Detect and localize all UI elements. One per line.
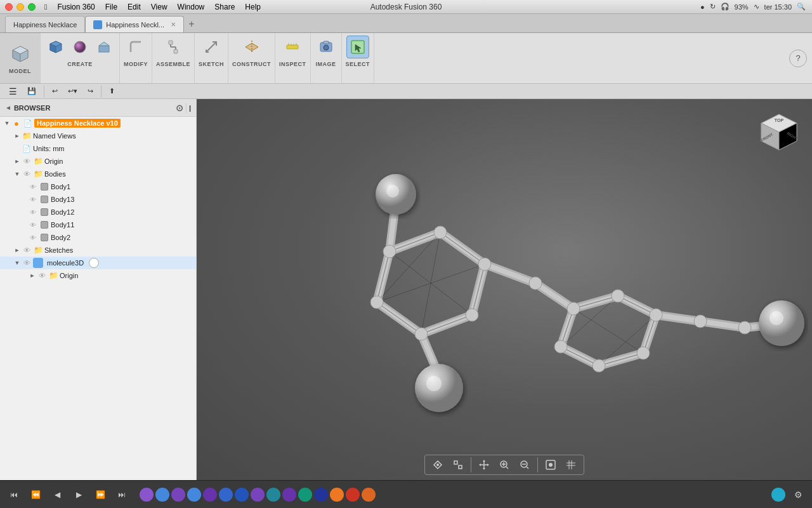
svg-rect-10 xyxy=(169,41,173,44)
menu-help[interactable]: Help xyxy=(245,3,261,11)
expand-origin2[interactable]: ► xyxy=(28,271,37,280)
tree-item-origin2[interactable]: ► 👁 📁 Origin xyxy=(0,269,196,282)
navigate-button[interactable] xyxy=(429,457,447,472)
status-icon-15[interactable] xyxy=(362,488,376,502)
undo-history-button[interactable]: ↩︎▾ xyxy=(64,85,81,98)
tree-item-units[interactable]: ► 📄 Units: mm xyxy=(0,142,196,155)
tree-item-molecule3d[interactable]: ▼ 👁 molecule3D xyxy=(0,257,196,269)
go-end-button[interactable]: ⏭ xyxy=(113,486,131,504)
traffic-lights xyxy=(5,3,36,11)
browser-options-button[interactable]: ⊙ xyxy=(176,103,183,113)
teal-status-icon[interactable] xyxy=(771,488,785,502)
status-icon-11[interactable] xyxy=(298,488,312,502)
redo-button[interactable]: ↪ xyxy=(84,85,97,98)
tab-2[interactable]: Happiness Neckl... ✕ xyxy=(85,16,184,32)
maximize-button[interactable] xyxy=(28,3,36,11)
status-icon-6[interactable] xyxy=(219,488,233,502)
add-tab-button[interactable]: + xyxy=(184,16,199,32)
zoom-in-button[interactable] xyxy=(495,457,513,472)
menu-edit[interactable]: Edit xyxy=(128,3,141,11)
save-button[interactable]: 💾 xyxy=(23,85,40,98)
hamburger-menu-button[interactable]: ☰ xyxy=(5,85,21,98)
search-icon[interactable]: 🔍 xyxy=(797,3,806,11)
tree-item-root[interactable]: ▼ ● 📄 Happiness Necklace v10 xyxy=(0,117,196,130)
sketch-button[interactable] xyxy=(200,36,223,58)
assemble-joint-button[interactable] xyxy=(162,36,185,58)
expand-named-views[interactable]: ► xyxy=(13,131,22,140)
tree-item-named-views[interactable]: ► 📁 Named Views xyxy=(0,130,196,142)
expand-molecule3d[interactable]: ▼ xyxy=(13,258,22,267)
svg-point-85 xyxy=(383,245,396,258)
molecule3d-eye-icon: 👁 xyxy=(22,258,32,268)
go-start-button[interactable]: ⏮ xyxy=(5,486,23,504)
modify-fillet-button[interactable] xyxy=(124,36,147,58)
expand-sketches[interactable]: ► xyxy=(13,246,22,255)
body1-eye-icon: 👁 xyxy=(28,182,38,192)
grid-button[interactable] xyxy=(562,457,580,472)
prev-frame-button[interactable]: ⏪ xyxy=(27,486,44,504)
wifi-icon: ∿ xyxy=(754,3,759,11)
status-icon-7[interactable] xyxy=(235,488,249,502)
tree-item-body2[interactable]: 👁 Body2 xyxy=(0,231,196,244)
tab-1[interactable]: Happiness Necklace xyxy=(5,16,85,32)
menu-fusion360[interactable]: Fusion 360 xyxy=(57,3,95,11)
model-cube-icon[interactable] xyxy=(9,43,32,65)
zoom-out-button[interactable] xyxy=(516,457,534,472)
next-frame-button[interactable]: ⏩ xyxy=(91,486,109,504)
svg-text:TOP: TOP xyxy=(775,118,784,123)
expand-origin[interactable]: ► xyxy=(13,157,22,166)
tree-item-bodies[interactable]: ▼ 👁 📁 Bodies xyxy=(0,168,196,180)
construct-plane-button[interactable] xyxy=(240,36,263,58)
status-icon-13[interactable] xyxy=(330,488,344,502)
create-extrude-button[interactable] xyxy=(93,36,115,58)
status-icon-3[interactable] xyxy=(171,488,185,502)
display-mode-button[interactable] xyxy=(542,457,560,472)
undo-button[interactable]: ↩ xyxy=(48,85,62,98)
status-icon-12[interactable] xyxy=(314,488,328,502)
toolbar-create-group: CREATE xyxy=(41,33,120,83)
apple-menu[interactable]:  xyxy=(44,3,47,11)
svg-line-46 xyxy=(535,283,573,309)
image-capture-button[interactable] xyxy=(315,36,337,58)
status-icon-9[interactable] xyxy=(266,488,280,502)
play-button[interactable]: ▶ xyxy=(70,486,88,504)
expand-root[interactable]: ▼ xyxy=(3,119,11,128)
viewport[interactable]: TOP FRONT RIGHT xyxy=(197,99,812,480)
tree-item-body1[interactable]: 👁 Body1 xyxy=(0,180,196,193)
fit-view-button[interactable] xyxy=(449,457,467,472)
create-sphere-button[interactable] xyxy=(69,36,91,58)
inspect-measure-button[interactable] xyxy=(281,36,304,58)
share-button[interactable]: ⬆ xyxy=(105,85,119,98)
status-icon-8[interactable] xyxy=(251,488,265,502)
menu-window[interactable]: Window xyxy=(178,3,205,11)
browser-collapse-button[interactable]: ◄ xyxy=(5,104,11,111)
menu-share[interactable]: Share xyxy=(214,3,235,11)
status-icon-10[interactable] xyxy=(282,488,296,502)
named-views-label: Named Views xyxy=(33,132,76,140)
minimize-button[interactable] xyxy=(16,3,24,11)
status-icon-4[interactable] xyxy=(187,488,201,502)
close-button[interactable] xyxy=(5,3,13,11)
status-icon-1[interactable] xyxy=(140,488,154,502)
settings-gear-button[interactable]: ⚙ xyxy=(789,486,807,504)
tree-item-body11[interactable]: 👁 Body11 xyxy=(0,218,196,231)
tree-item-sketches[interactable]: ► 👁 📁 Sketches xyxy=(0,244,196,257)
tree-item-body13[interactable]: 👁 Body13 xyxy=(0,193,196,206)
menu-view[interactable]: View xyxy=(151,3,167,11)
help-button[interactable]: ? xyxy=(789,50,807,67)
select-button[interactable] xyxy=(346,36,369,58)
pan-button[interactable] xyxy=(475,457,493,472)
browser-expand-button[interactable]: | xyxy=(189,104,191,112)
expand-bodies[interactable]: ▼ xyxy=(13,170,22,178)
play-back-button[interactable]: ◀ xyxy=(48,486,66,504)
menu-file[interactable]: File xyxy=(105,3,117,11)
tree-item-body12[interactable]: 👁 Body12 xyxy=(0,206,196,218)
create-box-button[interactable] xyxy=(44,36,67,58)
status-icon-5[interactable] xyxy=(203,488,217,502)
status-icon-14[interactable] xyxy=(346,488,360,502)
toolbar-assemble-label: ASSEMBLE xyxy=(156,61,190,67)
tree-item-origin[interactable]: ► 👁 📁 Origin xyxy=(0,155,196,168)
tab-2-close[interactable]: ✕ xyxy=(171,21,176,28)
status-icon-2[interactable] xyxy=(155,488,169,502)
units-icon: 📄 xyxy=(22,144,32,154)
